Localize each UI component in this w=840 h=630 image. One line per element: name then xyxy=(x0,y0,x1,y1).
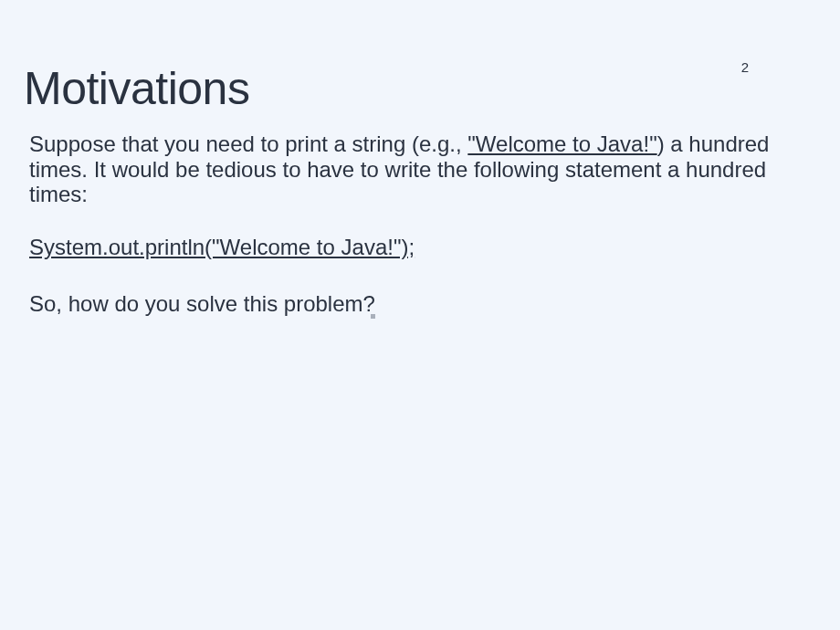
page-number: 2 xyxy=(741,59,749,75)
paragraph-1: Suppose that you need to print a string … xyxy=(29,131,803,207)
slide-title: Motivations xyxy=(24,62,840,115)
paragraph-1-pre: Suppose that you need to print a string … xyxy=(29,131,467,156)
bullet-marker xyxy=(371,314,375,319)
slide-content: Suppose that you need to print a string … xyxy=(29,131,803,317)
paragraph-1-underlined: "Welcome to Java!" xyxy=(467,131,656,156)
code-line: System.out.println("Welcome to Java!"); xyxy=(29,235,415,260)
paragraph-2: So, how do you solve this problem? xyxy=(29,291,803,317)
code-line-wrapper: System.out.println("Welcome to Java!"); xyxy=(29,235,803,292)
